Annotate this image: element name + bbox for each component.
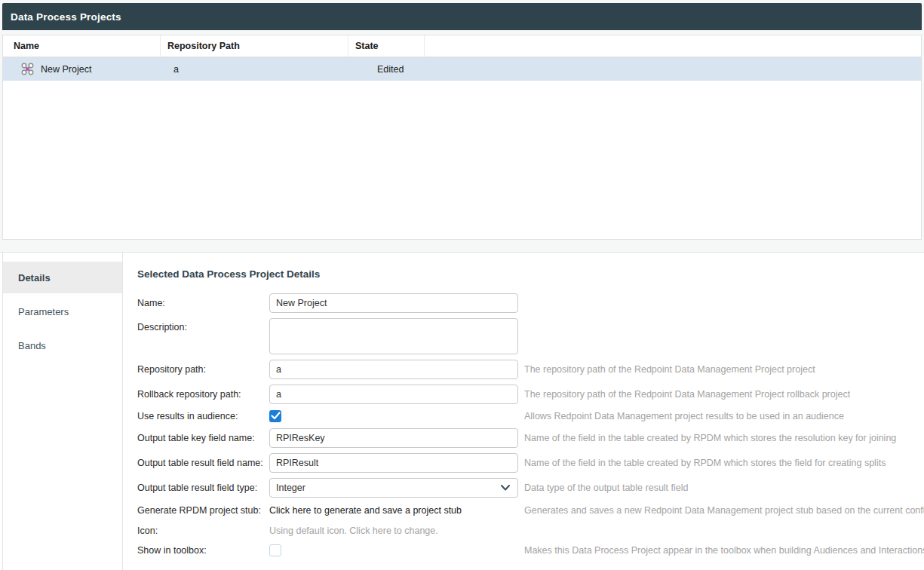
table-row[interactable]: New ProjectaEdited [3, 57, 921, 81]
rollback-repository-path-control [269, 385, 518, 404]
repository-path-cell: a [161, 57, 348, 81]
use-results-in-audience-control [269, 410, 518, 422]
use-results-in-audience-hint: Allows Redpoint Data Management project … [524, 411, 844, 421]
field-row-show-in-toolbox: Show in toolbox:Makes this Data Process … [137, 544, 924, 557]
description-control [269, 318, 518, 354]
column-header-state[interactable]: State [348, 35, 425, 57]
name-input[interactable] [269, 293, 518, 313]
output-table-key-field-name-control [269, 428, 518, 448]
detail-form: Selected Data Process Project Details Na… [124, 253, 924, 570]
output-table-result-field-type-hint: Data type of the output table result fie… [524, 483, 689, 493]
use-results-in-audience-label: Use results in audience: [137, 411, 269, 421]
output-table-key-field-name-input[interactable] [269, 428, 518, 448]
icon-link[interactable]: Using default icon. Click here to change… [269, 526, 438, 536]
name-label: Name: [137, 298, 269, 308]
field-row-repository-path: Repository path:The repository path of t… [137, 360, 924, 379]
field-row-use-results-in-audience: Use results in audience:Allows Redpoint … [137, 409, 924, 423]
name-control [269, 293, 518, 313]
output-table-result-field-name-hint: Name of the field in the table created b… [524, 458, 886, 468]
show-in-toolbox-checkbox[interactable] [269, 544, 281, 556]
repository-path-input[interactable] [269, 360, 518, 379]
panel-header: Data Process Projects [2, 3, 922, 30]
projects-table: NameRepository PathState New ProjectaEdi… [2, 35, 922, 240]
field-row-description: Description: [137, 318, 924, 354]
output-table-result-field-name-control [269, 453, 518, 473]
field-row-rollback-repository-path: Rollback repository path:The repository … [137, 385, 924, 404]
output-table-result-field-name-label: Output table result field name: [137, 458, 269, 468]
column-header-repository-path[interactable]: Repository Path [161, 35, 348, 57]
field-row-output-table-result-field-name: Output table result field name:Name of t… [137, 453, 924, 473]
output-table-result-field-type-label: Output table result field type: [137, 483, 269, 493]
show-in-toolbox-label: Show in toolbox: [137, 545, 269, 556]
description-textarea[interactable] [269, 318, 518, 354]
field-row-output-table-result-field-type: Output table result field type:IntegerDa… [137, 478, 924, 498]
icon-label: Icon: [137, 526, 269, 536]
generate-rpdm-project-stub-label: Generate RPDM project stub: [137, 505, 269, 516]
output-table-key-field-name-hint: Name of the field in the table created b… [524, 433, 896, 443]
output-table-result-field-type-select[interactable]: Integer [269, 478, 518, 498]
rollback-repository-path-hint: The repository path of the Redpoint Data… [524, 389, 850, 400]
tab-details[interactable]: Details [3, 262, 122, 293]
output-table-result-field-type-chevron-down-icon [501, 483, 510, 493]
generate-rpdm-project-stub-control: Click here to generate and save a projec… [269, 505, 518, 516]
tab-bands[interactable]: Bands [3, 329, 122, 361]
detail-fields: Name:Description:Repository path:The rep… [137, 293, 924, 557]
project-name-cell: New Project [3, 57, 161, 81]
detail-panel: DetailsParametersBands Selected Data Pro… [0, 252, 924, 570]
field-row-icon: Icon:Using default icon. Click here to c… [137, 523, 924, 538]
tab-parameters[interactable]: Parameters [3, 296, 122, 327]
use-results-in-audience-checkbox[interactable] [269, 410, 281, 422]
output-table-key-field-name-label: Output table key field name: [137, 433, 269, 443]
show-in-toolbox-hint: Makes this Data Process Project appear i… [524, 545, 924, 556]
output-table-result-field-type-selected-value: Integer [276, 483, 305, 493]
detail-form-title: Selected Data Process Project Details [137, 268, 924, 280]
project-name-label: New Project [41, 64, 91, 75]
generate-rpdm-project-stub-link[interactable]: Click here to generate and save a projec… [269, 505, 462, 516]
show-in-toolbox-control [269, 544, 518, 556]
table-header-row: NameRepository PathState [3, 35, 921, 57]
icon-control: Using default icon. Click here to change… [269, 526, 518, 536]
output-table-result-field-type-control: Integer [269, 478, 518, 498]
repository-path-label: Repository path: [137, 364, 269, 375]
field-row-output-table-key-field-name: Output table key field name:Name of the … [137, 428, 924, 448]
state-cell: Edited [348, 57, 425, 81]
output-table-result-field-name-input[interactable] [269, 453, 518, 473]
panel-title: Data Process Projects [2, 11, 121, 23]
repository-path-control [269, 360, 518, 379]
process-project-icon [21, 63, 34, 75]
description-label: Description: [137, 318, 269, 332]
rollback-repository-path-label: Rollback repository path: [137, 389, 269, 400]
field-row-generate-rpdm-project-stub: Generate RPDM project stub:Click here to… [137, 503, 924, 518]
rollback-repository-path-input[interactable] [269, 385, 518, 404]
generate-rpdm-project-stub-hint: Generates and saves a new Redpoint Data … [524, 505, 924, 516]
repository-path-hint: The repository path of the Redpoint Data… [524, 364, 815, 375]
column-header-name[interactable]: Name [3, 35, 161, 57]
field-row-name: Name: [137, 293, 924, 313]
table-body: New ProjectaEdited [3, 57, 921, 81]
detail-tabs-sidebar: DetailsParametersBands [2, 253, 123, 570]
